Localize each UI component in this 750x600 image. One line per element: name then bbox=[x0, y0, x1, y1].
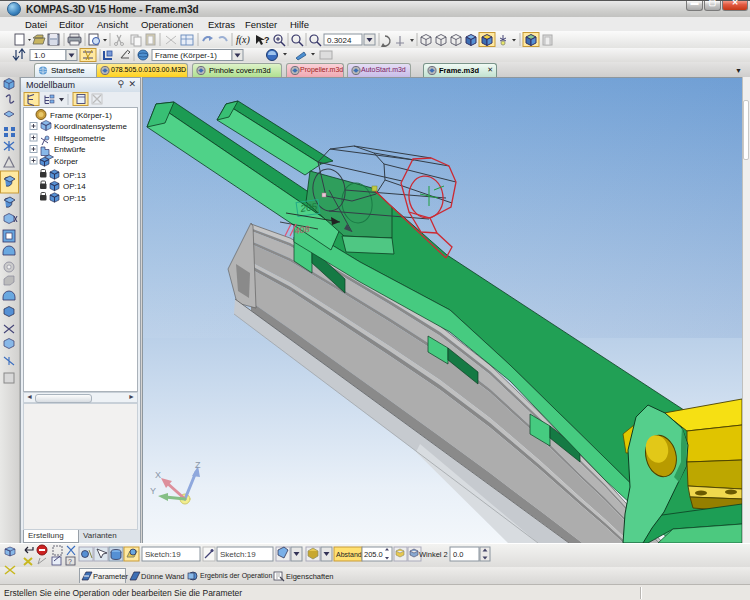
svg-text:Winkel 2: Winkel 2 bbox=[419, 550, 448, 559]
svg-text:1.0: 1.0 bbox=[34, 51, 46, 60]
svg-text:?: ? bbox=[264, 35, 270, 45]
svg-text:Z: Z bbox=[195, 460, 201, 470]
svg-text:408: 408 bbox=[294, 224, 310, 236]
svg-text:X: X bbox=[155, 470, 161, 480]
svg-text:OP:15: OP:15 bbox=[63, 194, 86, 203]
svg-text:Körper: Körper bbox=[54, 157, 78, 166]
svg-text:Frame (Körper-1): Frame (Körper-1) bbox=[50, 111, 112, 120]
svg-text:Abstand2: Abstand2 bbox=[336, 551, 366, 558]
svg-text:?: ? bbox=[68, 558, 72, 565]
svg-text:205.0: 205.0 bbox=[364, 550, 383, 559]
svg-text:OP:14: OP:14 bbox=[63, 182, 86, 191]
svg-text:Y: Y bbox=[150, 486, 156, 496]
svg-text:OP:13: OP:13 bbox=[63, 171, 86, 180]
svg-text:Entwürfe: Entwürfe bbox=[54, 145, 86, 154]
svg-text:f(x): f(x) bbox=[236, 34, 251, 46]
svg-text:Sketch:19: Sketch:19 bbox=[220, 550, 256, 559]
svg-text:0.0: 0.0 bbox=[453, 550, 463, 559]
svg-text:Koordinatensysteme: Koordinatensysteme bbox=[54, 122, 127, 131]
svg-text:0.3024: 0.3024 bbox=[327, 36, 352, 45]
svg-text:Frame (Körper-1): Frame (Körper-1) bbox=[155, 51, 217, 60]
svg-text:Hilfsgeometrie: Hilfsgeometrie bbox=[54, 134, 106, 143]
svg-text:Sketch:19: Sketch:19 bbox=[145, 550, 181, 559]
